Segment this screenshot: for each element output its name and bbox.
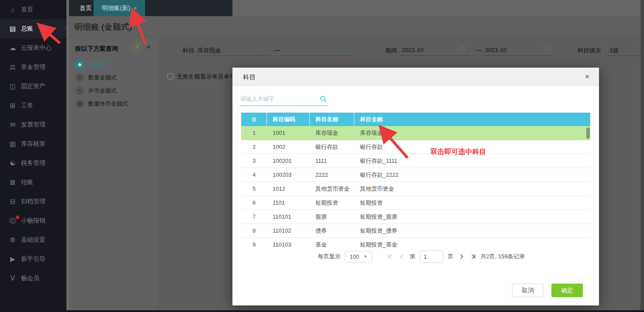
period-range-dash: — [476,46,482,53]
collapse-panel-icon[interactable]: « [147,43,150,50]
tab-detail-ledger-label: 明细账(新) [102,4,130,12]
page-number-input[interactable] [420,250,443,263]
scheme-item-数量金额式[interactable]: ◷数量金额式 [75,73,117,82]
keyword-search-input[interactable] [239,93,316,105]
sidebar: ⌂首页▤总账☁云报表中心⚖资金管理◫固定资产⊞工资✉发票管理▥库存核算☯税务管理… [0,0,66,312]
period-from-value[interactable]: 2021-10 [402,47,424,53]
level-filter-value[interactable]: 1级 [609,47,619,55]
fullname-cell: 短期投资_债券 [354,227,590,235]
code-cell: 110101 [267,213,310,220]
sidebar-item-结账[interactable]: ⊠结账 [0,173,66,192]
table-row[interactable]: 7110101股票短期投资_股票 [241,210,590,224]
tab-close-icon[interactable]: × [134,5,137,11]
sidebar-item-label: 新手引导 [21,255,45,263]
page-scrollbar[interactable] [641,0,644,312]
home-icon: ⌂ [8,6,17,14]
scheme-item-icon: ▤ [75,99,84,108]
sidebar-item-首页[interactable]: ⌂首页 [0,0,66,19]
sidebar-item-label: 税务管理 [21,159,45,167]
no-amount-checkbox[interactable] [167,73,173,79]
sidebar-item-基础设置[interactable]: ⚙基础设置 [0,230,66,250]
sidebar-item-新手引导[interactable]: ▶新手引导 [0,250,66,269]
calendar-to-icon[interactable] [544,47,550,54]
row-number-cell: 6 [241,199,267,206]
general-ledger-icon: ▤ [8,25,17,33]
membership-icon: Ⅴ [8,274,17,282]
query-panel-title: 按以下方案查询 [75,45,118,53]
search-icon[interactable] [320,96,327,103]
code-cell: 1012 [267,185,310,192]
row-number-cell: 9 [241,241,267,248]
sidebar-item-库存核算[interactable]: ▥库存核算 [0,134,66,154]
records-summary: 共2页, 159条记录 [481,253,525,261]
sidebar-item-label: 固定资产 [21,82,45,90]
dialog-header: 科目 × [232,68,599,86]
last-page-icon[interactable] [469,253,476,260]
sidebar-item-固定资产[interactable]: ◫固定资产 [0,77,66,96]
column-settings-gear-icon[interactable]: ⚙ [241,113,267,126]
column-header-name[interactable]: 科目名称 [310,113,354,126]
calendar-from-icon[interactable] [459,47,465,54]
dialog-close-icon[interactable]: × [585,72,589,81]
subject-picker-ellipsis-icon[interactable]: ⋯ [258,46,264,52]
fullname-cell: 银行存款_2222 [354,171,590,179]
column-header-code[interactable]: 科目编码 [267,113,310,126]
pagination-bar: 每页显示 100 ▼ 第 页 共2页, 159条记录 [232,249,599,264]
table-row[interactable]: 9110103基金短期投资_基金 [241,238,590,250]
archive-icon: ⊟ [8,198,17,206]
table-row[interactable]: 51012其他货币资金其他货币资金 [241,182,590,196]
confirm-button[interactable]: 确定 [551,284,583,297]
query-panel: 按以下方案查询 ⚙ « ◆金额式◷数量金额式∿外币金额式▤数量外币金额式 [69,37,157,312]
cancel-button[interactable]: 取消 [512,284,544,297]
per-page-select[interactable]: 100 ▼ [345,251,372,263]
tab-strip-dark: 首页 明细账(新) × [66,0,232,16]
sidebar-item-小畅报销[interactable]: Ⓒ小畅报销 [0,211,66,230]
table-row[interactable]: 11001库存现金库存现金 [241,126,590,140]
prev-page-icon[interactable] [398,253,405,260]
next-page-icon[interactable] [458,253,465,260]
name-cell: 1111 [310,158,354,164]
column-header-fullname[interactable]: 科目全称 [354,113,590,126]
sidebar-item-工资[interactable]: ⊞工资 [0,96,66,115]
table-row[interactable]: 8110102债券短期投资_债券 [241,224,590,238]
closing-icon: ⊠ [8,178,17,186]
scheme-item-外币金额式[interactable]: ∿外币金额式 [75,86,117,95]
row-number-cell: 2 [241,144,267,150]
subject2-picker-ellipsis-icon[interactable]: ⋯ [342,46,348,52]
sidebar-item-云报表中心[interactable]: ☁云报表中心 [0,38,66,58]
sidebar-item-发票管理[interactable]: ✉发票管理 [0,115,66,134]
subject-input-underline [197,55,269,56]
sidebar-item-畅会员[interactable]: Ⅴ畅会员 [0,269,66,288]
table-row[interactable]: 61101短期投资短期投资 [241,196,590,210]
fullname-cell: 银行存款 [354,143,590,151]
sidebar-item-资金管理[interactable]: ⚖资金管理 [0,58,66,77]
name-cell: 银行存款 [310,143,354,151]
sidebar-item-税务管理[interactable]: ☯税务管理 [0,154,66,173]
cloud-report-icon: ☁ [8,44,17,52]
sidebar-item-归档管理[interactable]: ⊟归档管理 [0,192,66,211]
scheme-item-label: 数量金额式 [88,74,117,82]
row-number-cell: 1 [241,130,267,136]
fullname-cell: 短期投资_基金 [354,241,590,249]
first-page-icon[interactable] [387,253,394,260]
inventory-icon: ▥ [8,140,17,148]
period-to-value[interactable]: 2021-10 [485,47,507,53]
sidebar-item-总账[interactable]: ▤总账 [0,19,66,38]
tab-home-label: 首页 [80,4,92,12]
sidebar-item-label: 首页 [21,6,33,14]
scheme-settings-gear-icon[interactable]: ⚙ [132,42,142,51]
table-row[interactable]: 31002011111银行存款_1111 [241,154,590,168]
subject-filter-value[interactable]: 库存现金 [197,47,221,55]
table-row[interactable]: 41002032222银行存款_2222 [241,168,590,182]
scheme-item-金额式[interactable]: ◆金额式 [75,60,105,69]
table-row[interactable]: 21002银行存款银行存款 [241,140,590,154]
table-scrollbar-thumb[interactable] [586,127,590,139]
scheme-item-icon: ◆ [75,60,84,69]
code-cell: 100201 [267,158,310,164]
tab-detail-ledger[interactable]: 明细账(新) × [93,0,145,16]
code-cell: 100203 [267,171,310,178]
expense-icon: Ⓒ [8,217,17,225]
scheme-item-label: 金额式 [88,61,105,69]
scheme-item-数量外币金额式[interactable]: ▤数量外币金额式 [75,99,128,108]
subjects-table-header: ⚙ 科目编码 科目名称 科目全称 [241,113,590,126]
